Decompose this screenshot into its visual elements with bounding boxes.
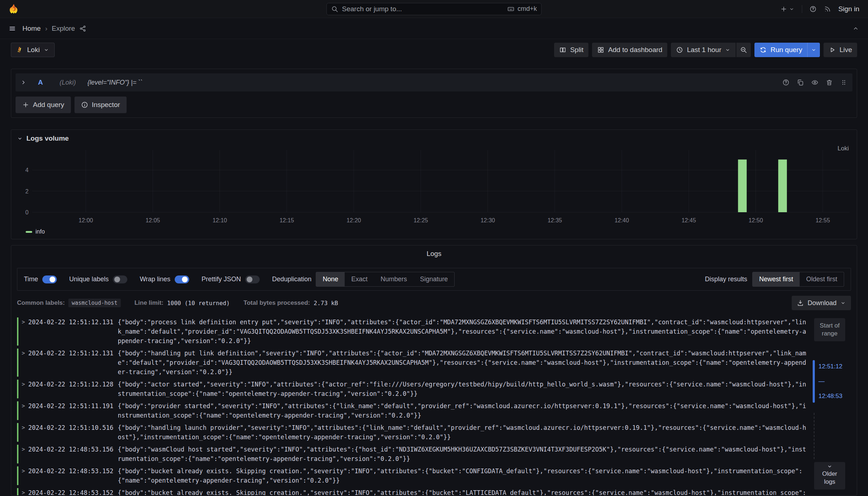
search-placeholder: Search or jump to... <box>342 5 504 13</box>
log-level-indicator <box>17 466 18 485</box>
expand-log-icon[interactable]: > <box>22 466 28 485</box>
help-button[interactable] <box>809 5 817 13</box>
log-row[interactable]: >2024-02-22 12:51:12.131{"body":"process… <box>17 316 807 347</box>
collapse-top-nav-button[interactable] <box>852 25 859 32</box>
log-row[interactable]: >2024-02-22 12:48:53.156{"body":"wasmClo… <box>17 443 807 465</box>
help-icon <box>782 79 790 86</box>
log-pagination-rail: Start of range 12:51:12 — 12:48:53 Older… <box>809 316 851 495</box>
share-shortcut-button[interactable] <box>79 25 86 32</box>
log-row[interactable]: >2024-02-22 12:48:53.152{"body":"bucket … <box>17 487 807 495</box>
radio-option-oldest-first[interactable]: Oldest first <box>800 272 844 286</box>
shortcut-label: cmd+k <box>518 5 537 13</box>
split-button[interactable]: Split <box>554 43 588 57</box>
log-message: {"body":"bucket already exists. Skipping… <box>118 466 807 485</box>
time-range-label: Last 1 hour <box>687 46 721 54</box>
log-row[interactable]: >2024-02-22 12:51:12.128{"body":"actor s… <box>17 378 807 400</box>
time-toggle[interactable] <box>42 275 57 283</box>
download-icon <box>797 299 804 307</box>
live-button[interactable]: Live <box>824 43 857 57</box>
download-button[interactable]: Download <box>792 296 851 310</box>
drag-query-handle[interactable] <box>840 79 847 86</box>
radio-option-exact[interactable]: Exact <box>345 272 374 286</box>
eye-icon <box>811 79 818 86</box>
log-timestamp: 2024-02-22 12:48:53.152 <box>28 488 113 495</box>
radio-option-newest-first[interactable]: Newest first <box>753 272 800 286</box>
log-timestamp: 2024-02-22 12:48:53.152 <box>28 466 113 485</box>
bytes-processed-group: Total bytes processed: 2.73 kB <box>243 299 338 307</box>
deduplication-radio-group: NoneExactNumbersSignature <box>316 272 455 287</box>
trash-icon <box>826 79 833 86</box>
log-timestamp: 2024-02-22 12:51:12.131 <box>28 317 113 346</box>
breadcrumb-home-link[interactable]: Home <box>22 25 41 33</box>
range-oldest-time: 12:48:53 <box>818 393 842 400</box>
query-help-button[interactable] <box>782 79 790 86</box>
log-row[interactable]: >2024-02-22 12:48:53.152{"body":"bucket … <box>17 465 807 487</box>
current-range-indicator[interactable]: 12:51:12 — 12:48:53 <box>813 360 842 403</box>
query-editor-panel: A (Loki) {level="INFO"} |= `` <box>11 69 857 118</box>
plus-icon <box>780 5 787 13</box>
log-row[interactable]: >2024-02-22 12:51:11.191{"body":"provide… <box>17 400 807 422</box>
remaining-range-dashed-line <box>814 413 814 459</box>
expand-query-row-button[interactable] <box>21 80 26 85</box>
expand-log-icon[interactable]: > <box>22 488 28 495</box>
wrap-lines-toggle[interactable] <box>175 275 189 283</box>
log-level-indicator <box>17 401 18 420</box>
time-toggle-group: Time <box>24 275 57 283</box>
add-to-dashboard-button[interactable]: Add to dashboard <box>592 43 667 57</box>
unique-labels-toggle-label: Unique labels <box>69 275 109 283</box>
prettify-json-toggle[interactable] <box>245 275 260 283</box>
deduplication-group: Deduplication NoneExactNumbersSignature <box>272 272 455 287</box>
radio-option-numbers[interactable]: Numbers <box>374 272 413 286</box>
logs-volume-chart: 02412:0012:0512:1012:1512:2012:2512:3012… <box>17 145 851 227</box>
query-actions: Add query Inspector <box>16 97 852 113</box>
chevron-down-icon <box>827 463 833 469</box>
mega-menu-button[interactable] <box>9 25 16 32</box>
x-axis-tick-label: 12:50 <box>749 217 763 223</box>
chart-datasource-label: Loki <box>838 145 849 152</box>
log-level-indicator <box>17 380 18 398</box>
log-row[interactable]: >2024-02-22 12:51:12.131{"body":"handlin… <box>17 347 807 378</box>
chevron-down-icon <box>789 6 795 12</box>
grafana-logo[interactable] <box>9 4 19 14</box>
delete-query-button[interactable] <box>826 79 833 86</box>
add-query-button[interactable]: Add query <box>16 97 71 113</box>
datasource-picker[interactable]: Loki <box>11 43 55 57</box>
expand-log-icon[interactable]: > <box>22 401 28 420</box>
search-input[interactable]: Search or jump to... cmd+k <box>327 3 542 15</box>
run-query-button[interactable]: Run query <box>754 43 807 57</box>
unique-labels-toggle[interactable] <box>113 275 127 283</box>
disable-query-button[interactable] <box>811 79 818 86</box>
news-button[interactable] <box>824 5 831 13</box>
radio-option-signature[interactable]: Signature <box>413 272 454 286</box>
logs-panel: Logs Time Unique labels Wrap lines Prett… <box>11 245 857 496</box>
zoom-out-time-button[interactable] <box>736 43 751 57</box>
x-axis-tick-label: 12:45 <box>681 217 696 223</box>
sign-in-link[interactable]: Sign in <box>838 5 859 13</box>
start-of-range-button[interactable]: Start of range <box>814 318 845 341</box>
help-icon <box>809 5 817 13</box>
volume-bar <box>738 159 747 212</box>
expand-log-icon[interactable]: > <box>22 445 28 463</box>
prettify-json-toggle-label: Prettify JSON <box>201 275 241 283</box>
y-axis-tick-label: 2 <box>25 188 29 194</box>
run-query-options-button[interactable] <box>807 43 820 57</box>
logs-volume-header[interactable]: Logs volume <box>17 133 851 144</box>
log-level-indicator <box>17 445 18 463</box>
breadcrumb-separator: › <box>45 25 47 33</box>
time-range-controls: Last 1 hour <box>671 43 751 57</box>
duplicate-query-button[interactable] <box>797 79 804 86</box>
log-row[interactable]: >2024-02-22 12:51:10.516{"body":"handlin… <box>17 422 807 443</box>
topbar-actions: Sign in <box>780 5 859 13</box>
chart-legend[interactable]: info <box>17 227 851 237</box>
inspector-button[interactable]: Inspector <box>75 97 127 113</box>
time-range-picker[interactable]: Last 1 hour <box>671 43 736 57</box>
radio-option-none[interactable]: None <box>316 272 345 286</box>
older-logs-button[interactable]: Older logs <box>814 462 845 489</box>
time-toggle-label: Time <box>24 275 38 283</box>
expand-log-icon[interactable]: > <box>22 349 28 377</box>
new-menu-button[interactable] <box>780 5 795 13</box>
expand-log-icon[interactable]: > <box>22 380 28 398</box>
unique-labels-toggle-group: Unique labels <box>69 275 127 283</box>
expand-log-icon[interactable]: > <box>22 317 28 346</box>
expand-log-icon[interactable]: > <box>22 423 28 442</box>
